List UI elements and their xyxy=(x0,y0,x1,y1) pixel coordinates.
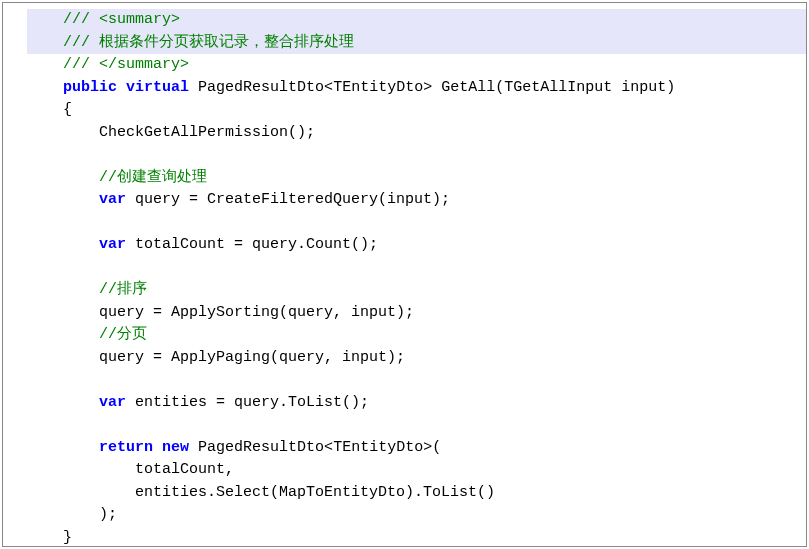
code-line: } xyxy=(27,527,806,550)
brace-close: } xyxy=(63,529,72,546)
code-line: /// 根据条件分页获取记录，整合排序处理 xyxy=(27,32,806,55)
keyword-new: new xyxy=(162,439,189,456)
call-checkpermission: CheckGetAllPermission(); xyxy=(99,124,315,141)
keyword-public: public xyxy=(63,79,117,96)
code-line: var query = CreateFilteredQuery(input); xyxy=(27,189,806,212)
keyword-virtual: virtual xyxy=(126,79,189,96)
type-pagedresult: PagedResultDto xyxy=(198,439,324,456)
code-line: var totalCount = query.Count(); xyxy=(27,234,806,257)
code-line: CheckGetAllPermission(); xyxy=(27,122,806,145)
code-line: /// </summary> xyxy=(27,54,806,77)
paren-open: ( xyxy=(432,439,441,456)
param-name: input xyxy=(621,79,666,96)
keyword-var: var xyxy=(99,236,126,253)
generic-open: < xyxy=(324,439,333,456)
comment-tag: </summary> xyxy=(99,56,189,73)
stmt-entities: entities = query.ToList(); xyxy=(126,394,369,411)
code-line: return new PagedResultDto<TEntityDto>( xyxy=(27,437,806,460)
stmt-query: query = CreateFilteredQuery(input); xyxy=(126,191,450,208)
comment-summary-open: /// xyxy=(63,11,99,28)
code-line: ); xyxy=(27,504,806,527)
keyword-return: return xyxy=(99,439,153,456)
code-line: //创建查询处理 xyxy=(27,167,806,190)
keyword-var: var xyxy=(99,394,126,411)
code-line: public virtual PagedResultDto<TEntityDto… xyxy=(27,77,806,100)
stmt-totalcount-arg: totalCount, xyxy=(135,461,234,478)
comment-create-query: //创建查询处理 xyxy=(99,169,207,186)
code-line-blank xyxy=(27,144,806,167)
comment-slashes: /// xyxy=(63,56,99,73)
code-line-blank xyxy=(27,369,806,392)
code-line: query = ApplyPaging(query, input); xyxy=(27,347,806,370)
comment-tag: <summary> xyxy=(99,11,180,28)
comment-sort: //排序 xyxy=(99,281,147,298)
code-line: { xyxy=(27,99,806,122)
code-line: totalCount, xyxy=(27,459,806,482)
code-line: query = ApplySorting(query, input); xyxy=(27,302,806,325)
stmt-close: ); xyxy=(99,506,117,523)
brace-open: { xyxy=(63,101,72,118)
code-line-blank xyxy=(27,414,806,437)
comment-text: 根据条件分页获取记录，整合排序处理 xyxy=(99,34,354,51)
code-line-blank xyxy=(27,257,806,280)
type-pagedresult: PagedResultDto xyxy=(198,79,324,96)
stmt-applysorting: query = ApplySorting(query, input); xyxy=(99,304,414,321)
generic-open: < xyxy=(324,79,333,96)
code-area: /// <summary> /// 根据条件分页获取记录，整合排序处理 /// … xyxy=(27,9,806,549)
code-line-blank xyxy=(27,212,806,235)
code-line: //排序 xyxy=(27,279,806,302)
type-entitydto: TEntityDto xyxy=(333,79,423,96)
code-line: entities.Select(MapToEntityDto).ToList() xyxy=(27,482,806,505)
generic-close: > xyxy=(423,439,432,456)
code-line: var entities = query.ToList(); xyxy=(27,392,806,415)
paren-close: ) xyxy=(666,79,675,96)
method-getall: GetAll xyxy=(441,79,495,96)
code-line: //分页 xyxy=(27,324,806,347)
code-container: /// <summary> /// 根据条件分页获取记录，整合排序处理 /// … xyxy=(2,2,807,547)
param-type: TGetAllInput xyxy=(504,79,612,96)
stmt-entities-select: entities.Select(MapToEntityDto).ToList() xyxy=(135,484,495,501)
stmt-totalcount: totalCount = query.Count(); xyxy=(126,236,378,253)
type-entitydto: TEntityDto xyxy=(333,439,423,456)
comment-page: //分页 xyxy=(99,326,147,343)
keyword-var: var xyxy=(99,191,126,208)
code-line: /// <summary> xyxy=(27,9,806,32)
stmt-applypaging: query = ApplyPaging(query, input); xyxy=(99,349,405,366)
generic-close: > xyxy=(423,79,432,96)
paren-open: ( xyxy=(495,79,504,96)
comment-slashes: /// xyxy=(63,34,99,51)
